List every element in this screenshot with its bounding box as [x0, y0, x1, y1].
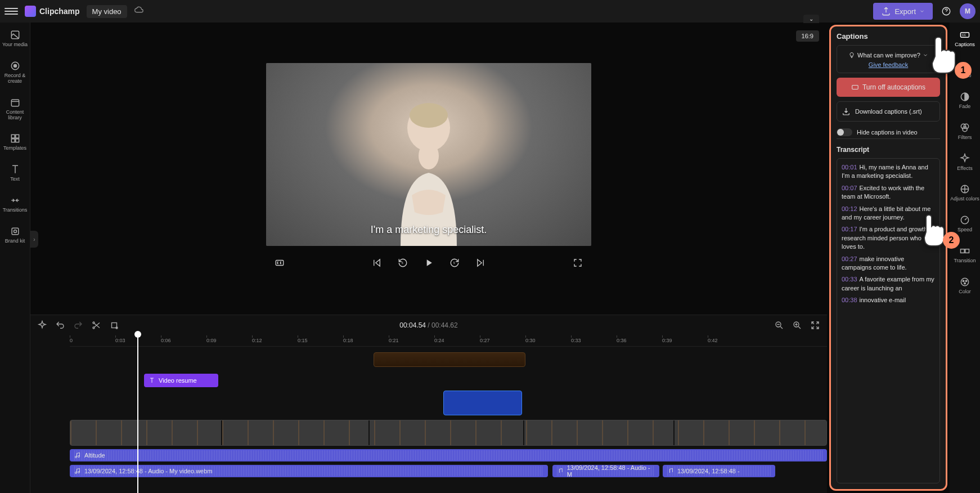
download-icon [842, 106, 851, 116]
transcript-timestamp: 00:33 [842, 276, 857, 283]
ruler-tick: 0:21 [389, 338, 399, 343]
forward-5s-button[interactable]: 5 [447, 255, 462, 271]
right-rail-audio[interactable]: Audio [950, 59, 980, 80]
timeline-tracks[interactable]: Video resume Altitude [70, 347, 827, 493]
collapse-timeline-button[interactable]: ⌄ [803, 15, 819, 23]
audio-icon [959, 60, 970, 71]
menu-button[interactable] [5, 5, 18, 18]
aspect-ratio-button[interactable]: 16:9 [796, 30, 819, 42]
magic-button[interactable] [36, 319, 48, 331]
right-rail-color[interactable]: Color [950, 275, 980, 296]
panel-title: Captions [837, 32, 940, 41]
left-rail-record[interactable]: Record & create [0, 59, 30, 86]
svg-text:5: 5 [453, 261, 455, 265]
right-rail-cc[interactable]: CCCaptions [950, 28, 980, 49]
svg-point-37 [964, 283, 966, 284]
rewind-5s-button[interactable]: 5 [395, 255, 411, 271]
audio-track-recording-2[interactable]: 13/09/2024, 12:58:48 - Audio - M [552, 465, 659, 477]
export-button[interactable]: Export [873, 3, 933, 20]
fit-timeline-button[interactable] [809, 319, 821, 331]
feedback-box[interactable]: What can we improve? Give feedback [837, 45, 940, 73]
zoom-out-button[interactable] [773, 319, 785, 331]
right-rail-adjust[interactable]: Adjust colors [950, 182, 980, 203]
transitions-icon [10, 195, 21, 206]
svg-rect-14 [276, 261, 284, 266]
blue-overlay-clip[interactable] [443, 391, 522, 415]
audio-track-recording-3[interactable]: 13/09/2024, 12:58:48 - [663, 465, 775, 477]
hide-captions-toggle[interactable] [837, 128, 852, 136]
transcript-line[interactable]: 00:07Excited to work with the team at Mi… [842, 184, 935, 201]
transcript-line[interactable]: 00:38innovative e-mail [842, 296, 935, 304]
rail-label: Content library [0, 110, 30, 121]
download-captions-button[interactable]: Download captions (.srt) [837, 101, 940, 122]
svg-rect-4 [11, 100, 19, 106]
svg-point-13 [419, 142, 439, 169]
user-avatar[interactable]: M [960, 3, 975, 19]
video-frame [266, 63, 591, 246]
transcript-line[interactable]: 00:27make innovative campaigns come to l… [842, 255, 935, 272]
ruler-tick: 0:36 [617, 338, 627, 343]
fullscreen-button[interactable] [570, 255, 586, 271]
cc-icon: CC [959, 29, 970, 41]
chevron-down-icon [923, 50, 928, 60]
give-feedback-link[interactable]: Give feedback [842, 61, 935, 68]
transcript-line[interactable]: 00:17I'm a product and growth research m… [842, 225, 935, 251]
rail-label: Effects [957, 166, 972, 172]
transcript-line[interactable]: 00:12Here's a little bit about me and my… [842, 205, 935, 222]
left-rail-library[interactable]: Content library [0, 96, 30, 122]
project-name[interactable]: My video [87, 5, 127, 18]
transcript-heading: Transcript [837, 146, 940, 154]
ruler-tick: 0:27 [480, 338, 490, 343]
redo-button[interactable] [72, 319, 84, 331]
rail-label: Fade [959, 104, 971, 110]
transcript-line[interactable]: 00:33A favorite example from my career i… [842, 275, 935, 293]
undo-button[interactable] [54, 319, 66, 331]
rail-label: Adjust colors [950, 196, 979, 202]
skip-forward-button[interactable] [473, 255, 488, 271]
help-button[interactable] [938, 3, 954, 19]
ruler-tick: 0:18 [343, 338, 353, 343]
fire-overlay-clip[interactable] [374, 352, 525, 367]
ruler-tick: 0:33 [571, 338, 581, 343]
right-rail-speed[interactable]: Speed [950, 213, 980, 234]
right-rail-filters[interactable]: Filters [950, 121, 980, 142]
audio-track-recording-1[interactable]: 13/09/2024, 12:58:48 - Audio - My video.… [70, 465, 548, 477]
playhead[interactable] [137, 335, 138, 493]
zoom-in-button[interactable] [791, 319, 803, 331]
crop-button[interactable] [108, 319, 120, 331]
svg-point-12 [410, 103, 448, 128]
video-track-clip[interactable] [70, 420, 827, 446]
cc-toggle-button[interactable] [272, 255, 287, 271]
adjust-icon [959, 183, 970, 195]
play-button[interactable] [421, 255, 437, 271]
right-rail-transition[interactable]: Transition [950, 244, 980, 265]
left-rail-templates[interactable]: Templates [0, 132, 30, 153]
left-rail-media[interactable]: Your media [0, 28, 30, 49]
audio-track-altitude[interactable]: Altitude [70, 449, 827, 461]
left-rail-transitions[interactable]: Transitions [0, 194, 30, 214]
turn-off-autocaptions-button[interactable]: Turn off autocaptions [837, 78, 940, 97]
left-rail-brand[interactable]: Brand kit [0, 225, 30, 245]
video-caption-overlay: I'm a marketing specialist. [371, 224, 487, 236]
chevron-down-icon [919, 6, 925, 16]
app-name: Clipchamp [39, 7, 80, 16]
speed-icon [959, 214, 970, 226]
rail-label: Color [959, 289, 971, 295]
svg-rect-8 [15, 139, 19, 142]
record-icon [10, 60, 21, 71]
right-rail-effects[interactable]: Effects [950, 152, 980, 173]
video-canvas[interactable]: I'm a marketing specialist. [266, 63, 591, 246]
split-button[interactable] [90, 319, 102, 331]
svg-point-29 [963, 127, 967, 131]
right-rail-fade[interactable]: Fade [950, 90, 980, 111]
left-rail-text[interactable]: Text [0, 163, 30, 183]
transcript-list[interactable]: 00:01Hi, my name is Anna and I'm a marke… [837, 158, 940, 483]
skip-back-button[interactable] [369, 255, 385, 271]
timecode-display: 00:04.54 / 00:44.62 [399, 321, 457, 329]
text-clip[interactable]: Video resume [144, 374, 218, 387]
timeline-ruler[interactable]: 00:030:060:090:120:150:180:210:240:270:3… [70, 335, 827, 347]
hide-captions-label: Hide captions in video [857, 129, 918, 136]
transcript-line[interactable]: 00:01Hi, my name is Anna and I'm a marke… [842, 163, 935, 181]
effects-icon [959, 153, 970, 164]
app-logo[interactable]: Clipchamp [25, 6, 80, 17]
